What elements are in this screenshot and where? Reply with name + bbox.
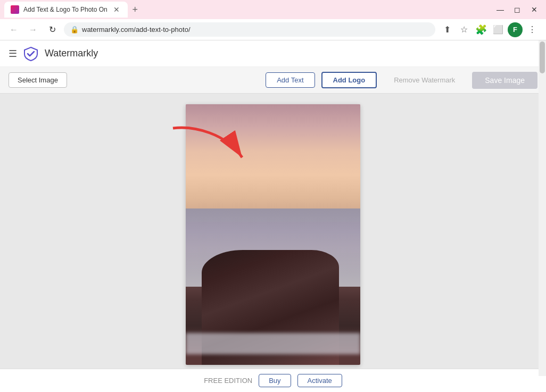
- hamburger-icon: ☰: [9, 48, 17, 59]
- select-image-button[interactable]: Select Image: [9, 72, 67, 88]
- hamburger-button[interactable]: ☰: [9, 48, 17, 60]
- page: ☰ Watermarkly Select Image Add Text Add …: [0, 40, 546, 392]
- minimize-icon: —: [497, 5, 504, 14]
- scrollbar[interactable]: [539, 40, 546, 376]
- minimize-button[interactable]: —: [493, 2, 508, 17]
- profile-button[interactable]: F: [508, 22, 523, 37]
- refresh-button[interactable]: ↻: [45, 22, 60, 37]
- browser-chrome: Add Text & Logo To Photo On ✕ + — ◻ ✕ ← …: [0, 0, 546, 40]
- footer: FREE EDITION Buy Activate: [0, 369, 546, 392]
- tab-favicon-icon: [11, 5, 19, 14]
- main-content: [0, 94, 546, 369]
- address-bar: ← → ↻ 🔒 watermarkly.com/add-text-to-phot…: [0, 19, 546, 40]
- buy-button[interactable]: Buy: [259, 374, 291, 387]
- split-button[interactable]: ⬜: [491, 22, 506, 37]
- tab-bar: Add Text & Logo To Photo On ✕ +: [4, 2, 489, 18]
- app-logo-icon: [23, 46, 38, 61]
- close-icon: ✕: [531, 5, 537, 14]
- profile-letter: F: [513, 26, 517, 34]
- activate-button[interactable]: Activate: [297, 374, 342, 387]
- forward-button[interactable]: →: [26, 22, 40, 37]
- scrollbar-thumb[interactable]: [540, 41, 545, 73]
- app-header: ☰ Watermarkly: [0, 40, 546, 67]
- restore-button[interactable]: ◻: [510, 2, 525, 17]
- extensions-icon: 🧩: [475, 24, 487, 36]
- window-controls: — ◻ ✕: [493, 2, 542, 17]
- save-image-button[interactable]: Save Image: [472, 72, 537, 89]
- menu-button[interactable]: ⋮: [525, 22, 540, 37]
- tab-close-button[interactable]: ✕: [112, 5, 121, 14]
- remove-watermark-button[interactable]: Remove Watermark: [383, 73, 466, 87]
- toolbar: Select Image Add Text Add Logo Remove Wa…: [0, 67, 546, 94]
- active-tab[interactable]: Add Text & Logo To Photo On ✕: [4, 2, 128, 18]
- tab-title: Add Text & Logo To Photo On: [23, 6, 107, 13]
- share-button[interactable]: ⬆: [440, 22, 454, 37]
- split-icon: ⬜: [493, 24, 503, 35]
- title-bar: Add Text & Logo To Photo On ✕ + — ◻ ✕: [0, 0, 546, 19]
- refresh-icon: ↻: [49, 24, 56, 35]
- photo-foam: [186, 333, 360, 354]
- photo-display: [186, 104, 360, 365]
- new-tab-icon: +: [132, 4, 138, 15]
- url-text: watermarkly.com/add-text-to-photo/: [82, 26, 429, 34]
- new-tab-button[interactable]: +: [128, 2, 143, 17]
- photo-rocks: [186, 222, 360, 365]
- restore-icon: ◻: [514, 5, 520, 14]
- forward-icon: →: [29, 25, 37, 35]
- back-icon: ←: [10, 25, 18, 35]
- add-text-button[interactable]: Add Text: [266, 72, 315, 88]
- app-name: Watermarkly: [45, 48, 98, 59]
- back-button[interactable]: ←: [6, 22, 21, 37]
- add-logo-button[interactable]: Add Logo: [321, 72, 377, 88]
- menu-icon: ⋮: [528, 24, 536, 35]
- close-button[interactable]: ✕: [527, 2, 542, 17]
- bookmark-icon: ☆: [460, 24, 468, 35]
- extensions-button[interactable]: 🧩: [474, 22, 489, 37]
- bookmark-button[interactable]: ☆: [457, 22, 471, 37]
- url-bar[interactable]: 🔒 watermarkly.com/add-text-to-photo/: [64, 22, 435, 37]
- lock-icon: 🔒: [70, 26, 79, 34]
- share-icon: ⬆: [444, 24, 451, 35]
- browser-actions: ⬆ ☆ 🧩 ⬜ F ⋮: [440, 22, 540, 37]
- photo-sky: [186, 104, 360, 222]
- free-edition-label: FREE EDITION: [204, 377, 252, 385]
